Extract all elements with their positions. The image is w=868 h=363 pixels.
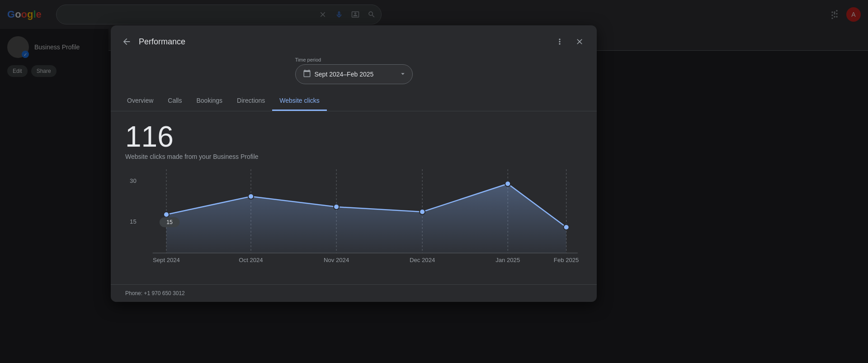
- datapoint-jan2025: [505, 181, 510, 186]
- xlabel-oct2024: Oct 2024: [239, 257, 263, 263]
- y-label-30: 30: [130, 177, 137, 184]
- datapoint-oct2024: [248, 194, 254, 199]
- chart-fill-area: [166, 184, 566, 253]
- xlabel-dec2024: Dec 2024: [410, 257, 435, 263]
- datapoint-feb2025: [564, 224, 569, 230]
- metric-value: 116: [125, 122, 582, 151]
- modal-header-actions: [552, 33, 588, 50]
- tab-calls[interactable]: Calls: [160, 91, 189, 111]
- performance-modal: Performance Time period Sept 2024–Feb 20…: [111, 25, 597, 302]
- datapoint-label-15: 15: [166, 219, 173, 225]
- datapoint-sept2024: [164, 212, 169, 217]
- back-button[interactable]: [120, 35, 133, 48]
- tab-overview[interactable]: Overview: [120, 91, 160, 111]
- xlabel-nov2024: Nov 2024: [324, 257, 349, 263]
- xlabel-jan2025: Jan 2025: [495, 257, 520, 263]
- time-period-section: Time period Sept 2024–Feb 2025: [111, 50, 597, 91]
- footer-text: Phone: +1 970 650 3012: [125, 290, 185, 296]
- tab-bookings[interactable]: Bookings: [189, 91, 230, 111]
- close-modal-button[interactable]: [571, 33, 588, 50]
- tab-website-clicks[interactable]: Website clicks: [272, 91, 326, 111]
- datapoint-nov2024: [334, 204, 339, 210]
- modal-header: Performance: [111, 25, 597, 50]
- xlabel-sept2024: Sept 2024: [153, 257, 180, 263]
- performance-tabs: Overview Calls Bookings Directions Websi…: [111, 91, 597, 111]
- datapoint-dec2024: [420, 209, 425, 215]
- dropdown-arrow-icon: [399, 70, 407, 79]
- line-chart: 30 15: [125, 169, 582, 273]
- calendar-icon: [303, 69, 311, 79]
- chart-container: 30 15: [125, 169, 582, 273]
- tab-directions[interactable]: Directions: [230, 91, 272, 111]
- modal-footer: Phone: +1 970 650 3012: [111, 284, 597, 302]
- time-period-select[interactable]: Sept 2024–Feb 2025: [295, 64, 413, 84]
- modal-main-content: 116 Website clicks made from your Busine…: [111, 111, 597, 284]
- y-label-15: 15: [130, 218, 137, 225]
- time-period-value: Sept 2024–Feb 2025: [315, 71, 394, 78]
- xlabel-feb2025: Feb 2025: [554, 257, 579, 263]
- more-options-button[interactable]: [552, 33, 568, 50]
- time-period-label: Time period: [295, 57, 321, 62]
- modal-title: Performance: [139, 37, 185, 47]
- metric-subtitle: Website clicks made from your Business P…: [125, 153, 582, 160]
